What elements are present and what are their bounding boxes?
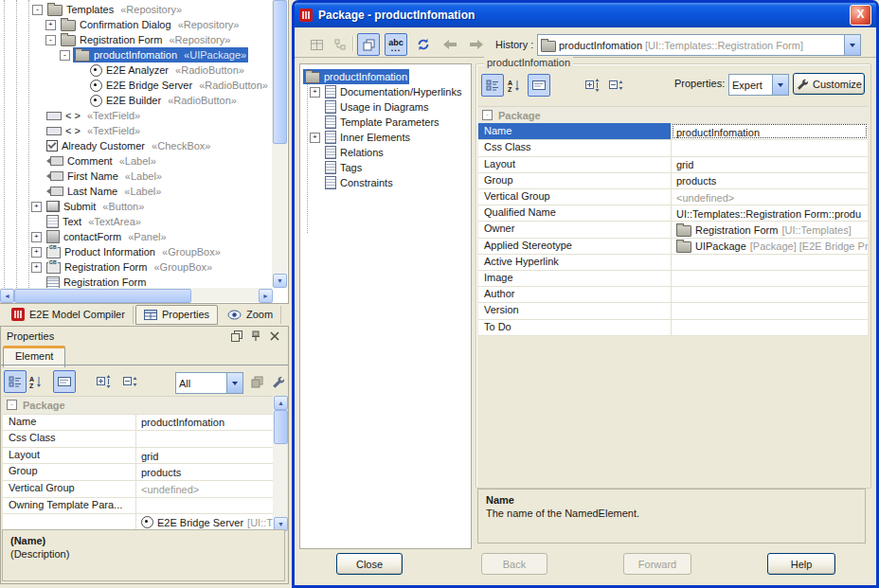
property-value[interactable] — [672, 270, 868, 286]
property-row[interactable]: NameproductInfomation — [478, 123, 868, 140]
history-forward-button[interactable] — [465, 33, 488, 56]
tree-item[interactable]: Comment «Label» — [0, 153, 272, 169]
combo-arrow-button[interactable] — [226, 373, 242, 393]
property-label[interactable]: Layout — [3, 447, 136, 464]
sort-alphabetically-button[interactable]: AZ — [25, 370, 47, 393]
tree-item[interactable]: Registration Form — [0, 275, 272, 288]
back-button[interactable]: Back — [481, 553, 547, 575]
expand-all-button[interactable] — [93, 370, 116, 393]
customize-button[interactable]: Customize — [793, 73, 865, 95]
refresh-button[interactable] — [412, 33, 435, 56]
property-label[interactable]: Layout — [478, 156, 672, 172]
categorized-view-button[interactable] — [4, 370, 27, 393]
dialog-close-button[interactable]: X — [850, 5, 871, 26]
tree-item[interactable]: E2E Bridge Server «RadioButton» — [0, 78, 272, 93]
property-value[interactable] — [136, 497, 273, 514]
collapse-icon[interactable]: - — [60, 50, 70, 61]
property-label[interactable]: Active Hyperlink — [478, 254, 672, 270]
property-label[interactable]: Qualified Name — [478, 205, 672, 221]
sort-alphabetically-button[interactable]: AZ — [503, 74, 526, 97]
close-panel-button[interactable] — [267, 330, 282, 343]
scroll-right-button[interactable]: ► — [259, 289, 273, 303]
scroll-left-button[interactable]: ◄ — [0, 289, 14, 303]
tree-item[interactable]: +Product Information «GroupBox» — [0, 244, 272, 259]
property-value[interactable] — [672, 139, 868, 155]
property-row[interactable]: Active Hyperlink — [478, 254, 868, 271]
property-row[interactable]: Css Class — [478, 139, 868, 156]
tree-horizontal-scrollbar[interactable]: ◄ ► — [0, 288, 272, 302]
property-row[interactable]: Groupproducts — [3, 463, 273, 481]
show-description-button[interactable] — [528, 74, 550, 97]
close-button[interactable]: Close — [336, 553, 403, 575]
property-row[interactable]: To Do — [478, 319, 868, 336]
tree-item[interactable]: < > «TextField» — [0, 108, 272, 123]
history-combo[interactable]: productInfomation [UI::Templates::Regist… — [537, 34, 861, 56]
pin-panel-button[interactable] — [248, 330, 263, 343]
tree-item[interactable]: Last Name «Label» — [0, 184, 272, 199]
scroll-up-button[interactable]: ▲ — [274, 396, 288, 410]
property-row[interactable]: E2E Bridge Server [UI::T — [3, 513, 273, 531]
property-row[interactable]: Qualified NameUI::Templates::Registratio… — [478, 205, 868, 222]
grid-vertical-scrollbar[interactable]: ▲ ▼ — [273, 396, 287, 529]
property-value[interactable]: <undefined> — [136, 480, 273, 497]
tree-item[interactable]: +Confirmation Dialog «Repository» — [0, 17, 272, 32]
property-row[interactable]: Version — [478, 302, 868, 319]
collapse-all-button[interactable] — [119, 370, 142, 393]
property-label[interactable] — [3, 513, 136, 530]
filter-combo[interactable]: All — [175, 372, 243, 394]
property-value[interactable] — [672, 254, 868, 270]
tree-item[interactable]: Text «TextArea» — [0, 214, 272, 229]
property-label[interactable]: To Do — [478, 319, 672, 335]
property-value[interactable] — [672, 319, 868, 335]
property-row[interactable]: Applied StereotypeUIPackage [Package] [E… — [478, 238, 868, 255]
tab-properties[interactable]: Properties — [135, 305, 218, 325]
show-description-button[interactable] — [53, 370, 76, 393]
tree-item[interactable]: Constraints — [300, 175, 471, 190]
tree-item[interactable]: < > «TextField» — [0, 123, 272, 138]
property-row[interactable]: Image — [478, 270, 868, 287]
expand-icon[interactable]: + — [31, 262, 42, 273]
property-value[interactable]: Registration Form [UI::Templates] — [672, 221, 868, 237]
property-label[interactable]: Css Class — [3, 430, 136, 447]
tree-item[interactable]: +Documentation/Hyperlinks — [300, 84, 471, 99]
property-label[interactable]: Author — [478, 286, 672, 302]
tree-item[interactable]: Already Customer «CheckBox» — [0, 138, 272, 153]
property-label[interactable]: Version — [478, 302, 672, 318]
combo-arrow-button[interactable] — [844, 35, 860, 55]
spelling-button[interactable]: abc... — [385, 33, 407, 56]
property-row[interactable]: Vertical Group<undefined> — [3, 480, 273, 498]
collapse-icon[interactable]: - — [45, 35, 56, 45]
expand-icon[interactable]: + — [310, 87, 320, 98]
tree-item[interactable]: +Inner Elements — [300, 130, 471, 145]
property-row[interactable]: OwnerRegistration Form [UI::Templates] — [478, 221, 868, 238]
property-value[interactable]: UI::Templates::Registration Form::produ — [672, 205, 868, 221]
table-view-button[interactable] — [305, 33, 328, 56]
property-label[interactable]: Group — [478, 172, 672, 188]
property-value[interactable] — [672, 286, 868, 302]
property-label[interactable]: Name — [3, 414, 136, 431]
property-value[interactable]: productInfomation — [136, 414, 273, 431]
collapse-icon[interactable]: - — [482, 110, 493, 120]
property-value[interactable]: products — [672, 172, 868, 188]
tree-item[interactable]: productInfomation — [300, 69, 471, 84]
tree-item[interactable]: -productInfomation «UIPackage» — [0, 47, 272, 62]
tree-item[interactable]: Relations — [300, 145, 471, 160]
combo-arrow-button[interactable] — [772, 75, 788, 95]
dialog-titlebar[interactable]: Package - productInfomation X — [295, 3, 876, 27]
property-row[interactable]: NameproductInfomation — [3, 414, 273, 432]
property-row[interactable]: Layoutgrid — [478, 156, 868, 173]
property-value[interactable]: grid — [136, 447, 273, 464]
property-row[interactable]: Css Class — [3, 430, 273, 448]
tree-item[interactable]: -Templates «Repository» — [0, 2, 272, 17]
property-value[interactable]: productInfomation — [672, 123, 868, 139]
property-row[interactable]: Author — [478, 286, 868, 303]
float-panel-button[interactable] — [229, 330, 244, 343]
property-value[interactable]: E2E Bridge Server [UI::T — [136, 513, 273, 530]
history-back-button[interactable] — [439, 33, 461, 56]
categorized-view-button[interactable] — [481, 74, 504, 97]
property-label[interactable]: Vertical Group — [3, 480, 136, 497]
specification-view-button[interactable] — [357, 33, 380, 56]
scrollbar-thumb[interactable] — [274, 410, 288, 444]
property-row[interactable]: Groupproducts — [478, 172, 868, 189]
expand-icon[interactable]: + — [310, 133, 320, 143]
